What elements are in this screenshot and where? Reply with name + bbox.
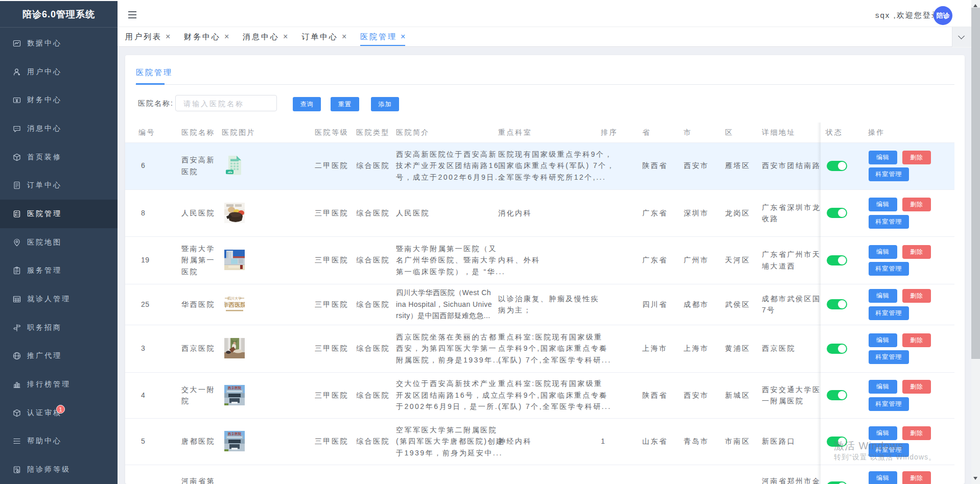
svg-text:.xls: .xls: [227, 171, 232, 174]
svg-text:华西医院: 华西医院: [224, 301, 245, 308]
svg-text:西京医院: 西京医院: [227, 432, 242, 436]
svg-text:西京医院: 西京医院: [227, 386, 242, 390]
svg-text:四川大学: 四川大学: [227, 297, 242, 301]
